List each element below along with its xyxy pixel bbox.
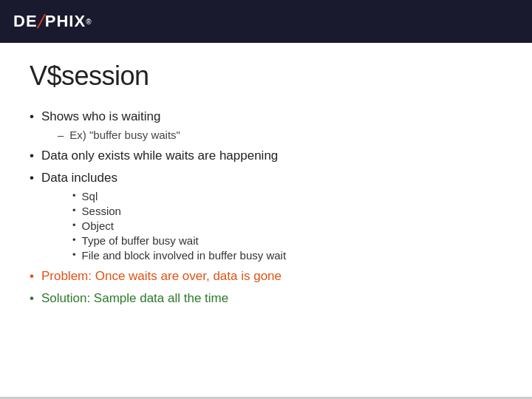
bullet-5-text: Solution: Sample data all the time (41, 291, 228, 306)
bullet-1-text: Shows who is waiting (41, 109, 161, 124)
main-content: V$session • Shows who is waiting – Ex) "… (0, 43, 532, 328)
nested-bullet-3-text: Object (82, 219, 114, 232)
sub-dash-1: – (58, 129, 64, 141)
nested-bullet-2: • Session (72, 205, 502, 217)
page-title: V$session (30, 61, 502, 92)
nested-bullet-3: • Object (72, 219, 502, 232)
bullet-dot-2: • (30, 149, 34, 163)
header-bar: DE/PHIX® (0, 0, 532, 43)
bullet-section-2: • Data only exists while waits are happe… (30, 149, 502, 163)
logo-container: DE/PHIX® (13, 10, 92, 33)
bullet-dot-4: • (30, 269, 34, 284)
bullet-3-text: Data includes (41, 171, 117, 185)
nested-bullet-2-text: Session (82, 205, 121, 217)
bullet-1: • Shows who is waiting (30, 109, 502, 124)
bullet-section-3: • Data includes • Sql • Session • Object… (30, 171, 502, 262)
nested-bullet-1: • Sql (72, 190, 502, 202)
bullet-dot-1: • (30, 109, 34, 124)
nested-bullet-1-text: Sql (82, 190, 98, 202)
nested-bullet-5-text: File and block involved in buffer busy w… (82, 249, 287, 262)
bullet-section-5: • Solution: Sample data all the time (30, 291, 502, 306)
bullet-dot-5: • (30, 291, 34, 306)
logo-phix: PHIX (45, 12, 86, 31)
bullet-3: • Data includes (30, 171, 502, 185)
sub-bullet-1: – Ex) "buffer busy waits" (58, 129, 502, 141)
bullet-4-text: Problem: Once waits are over, data is go… (41, 269, 282, 284)
nested-bullets: • Sql • Session • Object • Type of buffe… (72, 190, 502, 262)
bullet-dot-3: • (30, 171, 34, 185)
bullet-4: • Problem: Once waits are over, data is … (30, 269, 502, 284)
bullet-5: • Solution: Sample data all the time (30, 291, 502, 306)
logo-reg: ® (86, 18, 92, 26)
bullet-2-text: Data only exists while waits are happeni… (41, 149, 278, 163)
nested-bullet-4: • Type of buffer busy wait (72, 234, 502, 247)
bullet-2: • Data only exists while waits are happe… (30, 149, 502, 163)
sub-bullet-1-text: Ex) "buffer busy waits" (69, 129, 180, 141)
bullet-section-4: • Problem: Once waits are over, data is … (30, 269, 502, 284)
bullet-section-1: • Shows who is waiting – Ex) "buffer bus… (30, 109, 502, 141)
nested-bullet-4-text: Type of buffer busy wait (82, 234, 199, 247)
nested-bullet-5: • File and block involved in buffer busy… (72, 249, 502, 262)
logo-de: DE (13, 12, 38, 31)
